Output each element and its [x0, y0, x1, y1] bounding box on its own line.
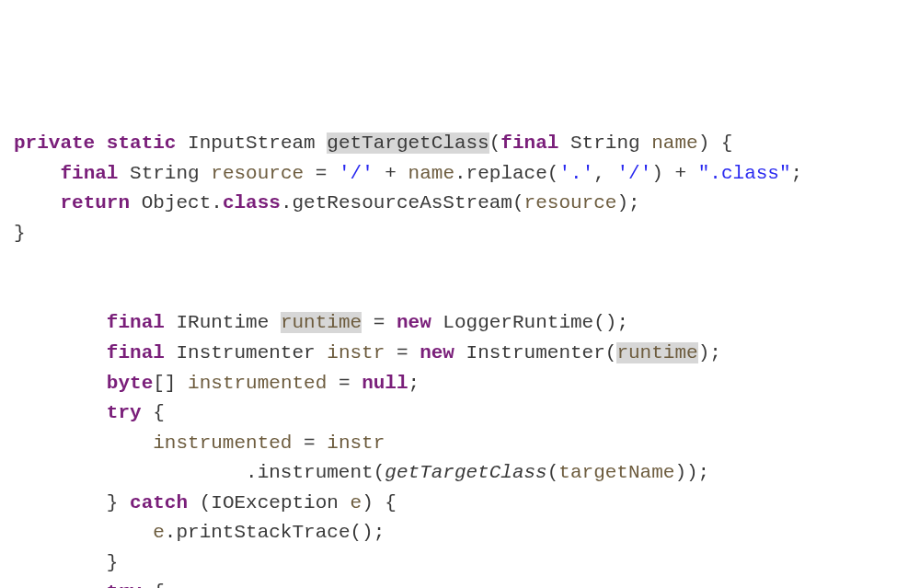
keyword-static: static: [107, 133, 177, 154]
code-line-1: private static InputStream getTargetClas…: [14, 133, 732, 154]
code-line-11: instrumented = instr: [14, 432, 385, 454]
var-targetName: targetName: [558, 462, 674, 483]
type-IRuntime: IRuntime: [176, 312, 269, 333]
blank-line-2: [14, 282, 26, 304]
string-dot: '.': [558, 163, 593, 184]
method-getTargetClass: getTargetClass: [327, 133, 489, 154]
keyword-final: final: [500, 133, 558, 154]
type-LoggerRuntime: LoggerRuntime: [443, 312, 593, 333]
code-line-15: }: [14, 552, 118, 573]
blank-line-1: [14, 252, 26, 273]
string-dotclass: ".class": [698, 163, 791, 184]
string-slash: '/': [339, 163, 374, 184]
code-line-2: final String resource = '/' + name.repla…: [14, 163, 802, 184]
var-instrumented: instrumented: [188, 373, 327, 394]
keyword-private: private: [14, 133, 95, 154]
code-line-16: try {: [14, 582, 165, 588]
code-line-13: } catch (IOException e) {: [14, 492, 397, 513]
string-slash2: '/': [616, 163, 651, 184]
var-e: e: [351, 492, 362, 513]
param-name: name: [651, 133, 697, 154]
code-line-4: }: [14, 223, 26, 244]
code-line-9: byte[] instrumented = null;: [14, 373, 420, 394]
type-String: String: [570, 133, 640, 154]
code-line-3: return Object.class.getResourceAsStream(…: [14, 192, 640, 213]
code-snippet: private static InputStream getTargetClas…: [14, 129, 906, 588]
var-resource: resource: [211, 163, 304, 184]
type-InputStream: InputStream: [188, 133, 316, 154]
code-line-10: try {: [14, 402, 165, 423]
var-runtime: runtime: [281, 312, 362, 333]
code-line-14: e.printStackTrace();: [14, 522, 385, 543]
code-line-7: final IRuntime runtime = new LoggerRunti…: [14, 312, 628, 333]
call-getTargetClass: getTargetClass: [385, 462, 546, 483]
type-IOException: IOException: [211, 492, 339, 513]
code-line-12: .instrument(getTargetClass(targetName));: [14, 462, 709, 483]
code-line-8: final Instrumenter instr = new Instrumen…: [14, 342, 721, 363]
var-instr: instr: [327, 342, 385, 363]
type-Instrumenter: Instrumenter: [176, 342, 315, 363]
